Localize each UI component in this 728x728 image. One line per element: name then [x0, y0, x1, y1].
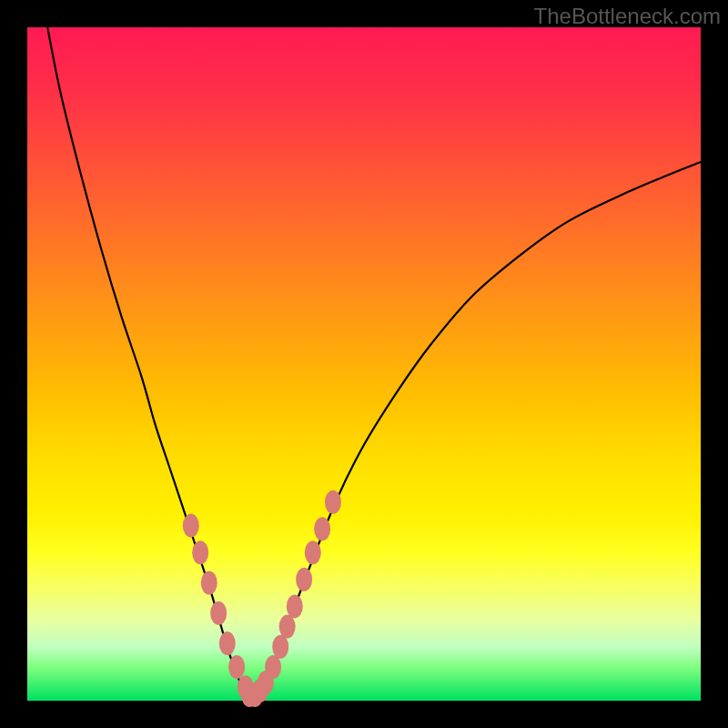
curve-left — [47, 27, 249, 697]
data-marker — [287, 594, 303, 618]
data-marker — [314, 517, 330, 541]
data-marker — [305, 541, 321, 564]
data-marker — [219, 632, 236, 655]
data-marker — [201, 571, 217, 595]
watermark-text: TheBottleneck.com — [534, 4, 721, 29]
data-marker — [265, 655, 281, 679]
data-marker — [279, 615, 296, 639]
chart-svg — [27, 27, 701, 701]
data-marker — [228, 655, 245, 679]
data-marker — [325, 490, 341, 514]
markers-right-group — [247, 490, 341, 707]
data-marker — [192, 541, 208, 564]
data-marker — [183, 514, 199, 538]
chart-frame: TheBottleneck.com — [0, 0, 728, 728]
data-marker — [210, 602, 227, 625]
data-marker — [296, 568, 312, 592]
data-marker — [272, 635, 288, 659]
curve-right — [249, 162, 701, 697]
